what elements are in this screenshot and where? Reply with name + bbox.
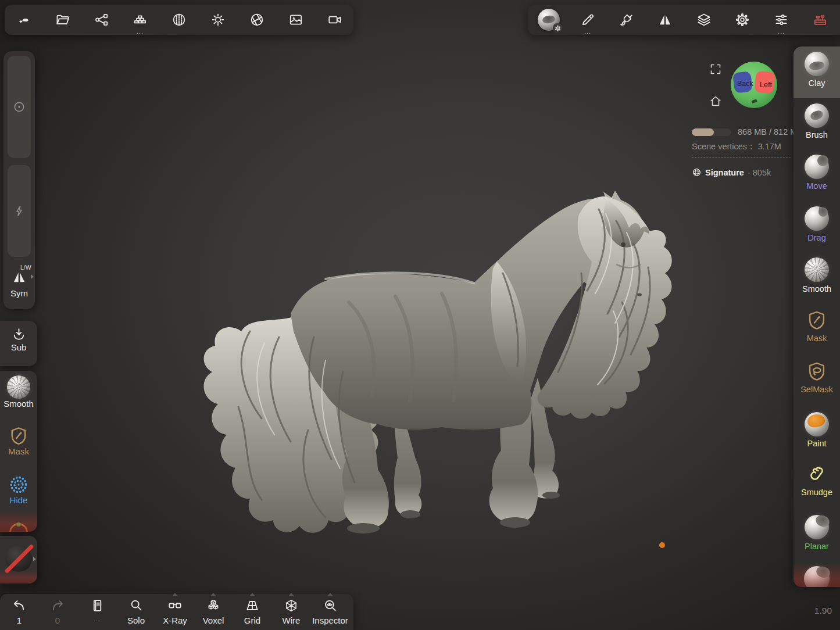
voxel-button[interactable]: Voxel <box>194 598 233 625</box>
brush-sphere-icon <box>805 103 829 128</box>
home-view-button[interactable] <box>709 94 723 110</box>
bottom-toolbar: 1 0 ... Solo <box>0 594 353 630</box>
tool-move-label: Move <box>806 181 827 191</box>
alpha-none-button[interactable] <box>5 545 32 572</box>
postprocess-aperture-icon <box>249 12 264 27</box>
grid-button[interactable]: Grid <box>234 598 271 625</box>
shading-button[interactable] <box>163 5 195 35</box>
partial-sphere-icon <box>804 566 830 587</box>
fullscreen-icon <box>709 62 723 76</box>
tool-mask-label: Mask <box>807 334 827 343</box>
wire-caret <box>288 593 294 596</box>
mask-quick-button[interactable]: Mask <box>0 425 37 456</box>
stroke-button[interactable]: ... <box>571 5 604 35</box>
files-button[interactable] <box>47 5 79 35</box>
paintbrush-icon <box>619 12 634 27</box>
hide-quick-label: Hide <box>10 495 28 505</box>
notes-button[interactable]: ... <box>81 598 113 622</box>
notes-more: ... <box>94 615 101 622</box>
lightning-bolt-icon <box>12 204 26 218</box>
sub-panel: Sub <box>0 321 37 366</box>
move-sphere-icon <box>805 155 829 179</box>
pencil-brush-icon <box>580 12 595 27</box>
redo-button[interactable]: 0 <box>43 598 72 625</box>
layers-button[interactable] <box>688 5 720 35</box>
hide-dotted-icon <box>8 474 29 495</box>
tool-smooth[interactable]: Smooth <box>793 252 840 304</box>
wire-button[interactable]: Wire <box>272 598 310 625</box>
material-bricks-icon <box>133 13 147 27</box>
selmask-shield-icon <box>806 360 828 382</box>
tool-planar-label: Planar <box>805 542 829 551</box>
intensity-slider[interactable] <box>8 165 31 257</box>
orientation-gizmo[interactable]: Back Left <box>730 60 778 112</box>
wire-label: Wire <box>283 615 301 625</box>
alpha-expand-arrow[interactable] <box>33 557 36 561</box>
tool-mask[interactable]: Mask <box>793 304 840 356</box>
xray-button[interactable]: X-Ray <box>156 598 194 625</box>
radius-slider[interactable] <box>8 56 31 158</box>
tool-brush[interactable]: Brush <box>793 98 840 150</box>
lighting-sun-icon <box>210 12 226 27</box>
top-right-toolbar: ... <box>528 5 840 35</box>
left-slider-panel: L/W Sym <box>3 51 35 309</box>
object-row[interactable]: Signature · 805k <box>692 167 771 177</box>
grid-label: Grid <box>244 615 260 625</box>
redo-arrow-icon <box>50 598 65 613</box>
painting-button[interactable] <box>610 5 642 35</box>
tool-paint-label: Paint <box>807 439 826 448</box>
background-button[interactable] <box>280 5 312 35</box>
tool-paint[interactable]: Paint <box>793 407 840 459</box>
topology-more: ... <box>124 28 156 34</box>
tool-drag[interactable]: Drag <box>793 201 840 253</box>
inspector-button[interactable]: Inspector <box>308 598 352 625</box>
interface-more: ... <box>765 28 798 34</box>
tool-partial[interactable] <box>793 561 840 587</box>
undo-button[interactable]: 1 <box>5 598 34 625</box>
smooth-quick-button[interactable]: Smooth <box>0 375 37 409</box>
toolbox-icon <box>813 12 828 27</box>
tool-smooth-label: Smooth <box>802 284 831 293</box>
top-left-toolbar: ... <box>5 5 353 35</box>
layers-stack-icon <box>696 12 712 27</box>
gizmo-tool-partial[interactable] <box>9 523 28 532</box>
memory-text: 868 MB / 812 M <box>738 127 793 137</box>
voxel-caret <box>210 593 216 596</box>
xray-caret <box>172 593 178 596</box>
camera-button[interactable] <box>319 5 351 35</box>
background-image-icon <box>288 12 303 27</box>
tool-move[interactable]: Move <box>793 149 840 201</box>
tool-drag-label: Drag <box>807 233 825 242</box>
tool-smudge[interactable]: Smudge <box>793 458 840 510</box>
sym-expand-arrow[interactable] <box>31 274 34 279</box>
xray-label: X-Ray <box>163 615 187 625</box>
postprocess-button[interactable] <box>241 5 273 35</box>
stats-divider <box>692 157 791 158</box>
version-label: 1.90 <box>814 606 832 616</box>
interface-button[interactable]: ... <box>765 5 798 35</box>
mask-quick-label: Mask <box>8 446 29 456</box>
fullscreen-button[interactable] <box>709 62 723 78</box>
object-count: · 805k <box>748 168 771 177</box>
sub-button[interactable]: Sub <box>0 321 37 366</box>
sub-label: Sub <box>11 342 27 352</box>
app-logo-button[interactable] <box>8 5 40 35</box>
solo-label: Solo <box>127 615 145 625</box>
solo-button[interactable]: Solo <box>119 598 153 625</box>
object-name: Signature <box>705 168 744 177</box>
symmetry-button[interactable] <box>649 5 681 35</box>
clay-sphere-icon <box>805 52 829 76</box>
symmetry-toggle[interactable] <box>12 270 27 287</box>
lighting-button[interactable] <box>202 5 234 35</box>
tool-clay[interactable]: Clay <box>793 46 840 98</box>
scene-graph-button[interactable] <box>85 5 118 35</box>
nomad-logo-icon <box>16 12 31 27</box>
settings-button[interactable] <box>726 5 759 35</box>
gizmo-left-label: Left <box>760 81 772 89</box>
topology-button[interactable]: ... <box>124 5 156 35</box>
material-button[interactable] <box>532 5 565 35</box>
hide-quick-button[interactable]: Hide <box>0 474 37 505</box>
tool-selmask[interactable]: SelMask <box>793 355 840 407</box>
toolbox-button[interactable] <box>804 5 837 35</box>
tool-planar[interactable]: Planar <box>793 510 840 561</box>
